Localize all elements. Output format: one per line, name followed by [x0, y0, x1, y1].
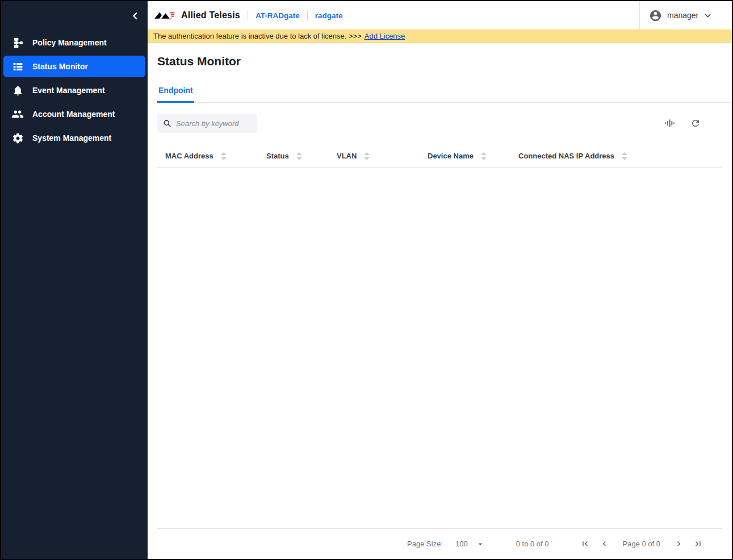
columns-icon[interactable]: [665, 118, 675, 128]
app-window: Policy Management Status Monitor Event M…: [0, 0, 733, 560]
sidebar: Policy Management Status Monitor Event M…: [1, 1, 148, 559]
sort-icon[interactable]: [622, 152, 627, 160]
tab-endpoint[interactable]: Endpoint: [157, 82, 194, 103]
next-page-button[interactable]: [674, 539, 684, 549]
sidebar-item-label: Event Management: [32, 86, 105, 95]
chevron-left-icon: [600, 539, 609, 549]
sidebar-nav: Policy Management Status Monitor Event M…: [1, 31, 148, 150]
brand-name: Allied Telesis: [181, 10, 240, 20]
sort-icon[interactable]: [296, 152, 302, 160]
page-title: Status Monitor: [157, 55, 722, 68]
column-label: Connected NAS IP Address: [518, 152, 614, 160]
pager-controls: Page 0 of 0: [580, 539, 703, 549]
dropdown-caret-icon: [476, 540, 485, 549]
sidebar-collapse-button[interactable]: [130, 11, 140, 21]
policy-icon: [11, 36, 24, 49]
add-license-link[interactable]: Add License: [365, 32, 405, 40]
prev-page-button[interactable]: [600, 539, 609, 549]
column-label: VLAN: [337, 152, 357, 160]
toolbar-icons: [665, 118, 722, 128]
page-size-value: 100: [455, 540, 468, 548]
user-name: manager: [667, 11, 698, 20]
allied-telesis-logo: Allied Telesis: [154, 10, 240, 21]
sidebar-item-label: Status Monitor: [32, 62, 88, 71]
sort-icon[interactable]: [221, 152, 227, 160]
people-icon: [11, 108, 24, 120]
page-size-control: Page Size: 100: [407, 540, 485, 549]
last-page-button[interactable]: [693, 539, 703, 549]
table-header: MAC Address Status VLAN Device Name Conn…: [157, 145, 722, 168]
chevron-down-icon: [703, 11, 712, 20]
search-box[interactable]: [157, 114, 257, 133]
row-range-text: 0 to 0 of 0: [516, 540, 549, 548]
allied-telesis-mark-icon: [154, 10, 177, 21]
column-label: Status: [266, 152, 289, 160]
sidebar-item-event-management[interactable]: Event Management: [3, 80, 145, 101]
user-menu[interactable]: manager: [639, 1, 732, 30]
tab-bar: Endpoint: [157, 82, 732, 103]
search-input[interactable]: [176, 119, 252, 128]
bell-icon: [11, 84, 24, 97]
sidebar-item-label: System Management: [32, 133, 111, 143]
column-header-connected-nas-ip-address[interactable]: Connected NAS IP Address: [510, 152, 722, 160]
column-label: Device Name: [428, 152, 474, 160]
sidebar-item-label: Account Management: [32, 110, 115, 119]
breadcrumb-host-name[interactable]: radgate: [315, 11, 343, 20]
sidebar-item-status-monitor[interactable]: Status Monitor: [3, 56, 145, 77]
page-indicator: Page 0 of 0: [623, 540, 661, 548]
page-size-label: Page Size:: [407, 540, 443, 548]
header-divider: [307, 10, 308, 20]
column-header-device-name[interactable]: Device Name: [420, 152, 510, 160]
last-page-icon: [693, 539, 703, 549]
column-header-vlan[interactable]: VLAN: [329, 152, 420, 160]
sidebar-item-label: Policy Management: [32, 38, 107, 47]
column-header-mac-address[interactable]: MAC Address: [157, 152, 258, 160]
table-body-empty: [157, 168, 722, 528]
license-warning-banner: The authentication feature is inactive d…: [148, 30, 732, 43]
sort-icon[interactable]: [481, 152, 487, 160]
column-header-status[interactable]: Status: [258, 152, 329, 160]
main-area: Allied Telesis AT-RADgate radgate manage…: [148, 1, 732, 559]
sidebar-collapse-row: [1, 1, 148, 31]
table-toolbar: [157, 114, 722, 133]
pagination-bar: Page Size: 100 0 to 0 of 0 Page 0 of 0: [157, 528, 722, 559]
gear-icon: [11, 132, 24, 144]
breadcrumb-app-name[interactable]: AT-RADgate: [255, 11, 300, 20]
chevron-left-icon: [130, 11, 140, 21]
first-page-button[interactable]: [580, 539, 590, 549]
top-header: Allied Telesis AT-RADgate radgate manage…: [148, 1, 732, 30]
avatar-icon: [649, 9, 662, 22]
sort-icon[interactable]: [364, 152, 370, 160]
page-size-select[interactable]: 100: [455, 540, 485, 549]
sidebar-item-system-management[interactable]: System Management: [3, 127, 145, 149]
sidebar-item-account-management[interactable]: Account Management: [3, 103, 145, 125]
search-icon: [163, 119, 171, 128]
column-label: MAC Address: [165, 152, 213, 160]
header-divider: [248, 10, 248, 20]
refresh-icon[interactable]: [690, 118, 701, 128]
first-page-icon: [580, 539, 590, 549]
chevron-right-icon: [674, 539, 684, 549]
list-icon: [11, 60, 24, 73]
sidebar-item-policy-management[interactable]: Policy Management: [3, 32, 145, 53]
page-content: Status Monitor Endpoint: [148, 43, 732, 559]
banner-message: The authentication feature is inactive d…: [153, 32, 362, 40]
